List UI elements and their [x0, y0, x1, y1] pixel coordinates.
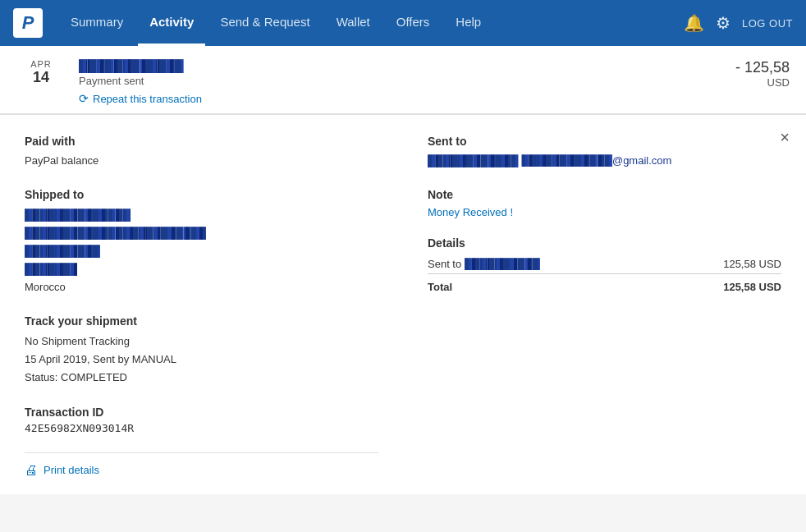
transaction-status: Payment sent: [79, 75, 691, 87]
date-month: APR: [16, 59, 66, 69]
detail-left: Paid with PayPal balance Shipped to ████…: [25, 135, 378, 478]
close-button[interactable]: ×: [780, 128, 790, 147]
total-amount: 125,58 USD: [661, 273, 781, 296]
transaction-title: ████████████: [79, 59, 210, 73]
details-table: Sent to ██████████ 125,58 USD Total 125,…: [428, 255, 781, 296]
print-details-link[interactable]: 🖨 Print details: [25, 452, 378, 478]
transaction-row: APR 14 ████████████ Payment sent ⟳ Repea…: [0, 46, 806, 114]
details-row-recipient: ██████████: [465, 258, 540, 270]
main-content: APR 14 ████████████ Payment sent ⟳ Repea…: [0, 46, 806, 494]
date-day: 14: [16, 69, 66, 86]
transaction-info: ████████████ Payment sent ⟳ Repeat this …: [79, 59, 691, 105]
shipped-to-section: Shipped to ██████████████ ██████████████…: [25, 188, 378, 296]
details-row: Sent to ██████████ 125,58 USD: [428, 255, 781, 274]
nav-send-request[interactable]: Send & Request: [208, 0, 321, 46]
total-row: Total 125,58 USD: [428, 273, 781, 296]
nav-summary[interactable]: Summary: [59, 0, 135, 46]
transaction-id-section: Transaction ID 42E56982XN093014R: [25, 406, 378, 434]
nav-wallet[interactable]: Wallet: [325, 0, 382, 46]
details-row-amount: 125,58 USD: [661, 255, 781, 274]
detail-columns: Paid with PayPal balance Shipped to ████…: [25, 135, 781, 478]
print-label: Print details: [44, 464, 99, 476]
detail-panel: × Paid with PayPal balance Shipped to ██…: [0, 114, 806, 494]
note-value: Money Received !: [428, 206, 781, 218]
sent-to-email: ████████████@gmail.com: [521, 154, 671, 167]
txn-id-label: Transaction ID: [25, 406, 378, 419]
details-row-label: Sent to ██████████: [428, 255, 661, 274]
note-label: Note: [428, 188, 781, 201]
track-shipment-section: Track your shipment No Shipment Tracking…: [25, 314, 378, 387]
address-line-5: Morocco: [25, 278, 378, 296]
repeat-label: Repeat this transaction: [93, 93, 202, 105]
nav-right: 🔔 ⚙ LOG OUT: [684, 13, 793, 33]
shipped-to-label: Shipped to: [25, 188, 378, 201]
txn-id-value: 42E56982XN093014R: [25, 422, 378, 434]
details-label: Details: [428, 236, 781, 250]
paid-with-label: Paid with: [25, 135, 378, 148]
track-line-3: Status: COMPLETED: [25, 369, 378, 387]
logout-button[interactable]: LOG OUT: [742, 17, 793, 30]
transaction-amount: - 125,58 USD: [691, 59, 790, 89]
repeat-transaction-link[interactable]: ⟳ Repeat this transaction: [79, 92, 691, 105]
gear-icon[interactable]: ⚙: [716, 13, 730, 33]
paid-with-value: PayPal balance: [25, 153, 378, 170]
nav-activity[interactable]: Activity: [138, 0, 205, 46]
date-block: APR 14: [16, 59, 66, 86]
track-line-2: 15 April 2019, Sent by MANUAL: [25, 351, 378, 369]
nav-offers[interactable]: Offers: [385, 0, 442, 46]
nav-help[interactable]: Help: [444, 0, 492, 46]
address-line-1: ██████████████: [25, 206, 131, 224]
amount-value: - 125,58: [691, 59, 790, 76]
address-line-4: ███████: [25, 260, 77, 278]
sent-to-name: ████████████: [428, 153, 519, 170]
track-label: Track your shipment: [25, 314, 378, 328]
address-line-3: ██████████: [25, 242, 100, 260]
bell-icon[interactable]: 🔔: [684, 13, 704, 33]
note-section: Note Money Received !: [428, 188, 781, 218]
sent-to-label: Sent to: [428, 135, 781, 148]
paid-with-section: Paid with PayPal balance: [25, 135, 378, 170]
repeat-icon: ⟳: [79, 92, 89, 105]
track-line-1: No Shipment Tracking: [25, 332, 378, 351]
sent-to-section: Sent to ████████████ ████████████@gmail.…: [428, 135, 781, 170]
address-line-2: ████████████████████████: [25, 224, 206, 242]
detail-right: Sent to ████████████ ████████████@gmail.…: [428, 135, 781, 478]
total-label: Total: [428, 273, 661, 296]
details-section: Details Sent to ██████████ 125,58 USD To…: [428, 236, 781, 296]
logo-text: P: [22, 12, 34, 34]
print-icon: 🖨: [25, 463, 38, 478]
paypal-logo[interactable]: P: [13, 8, 43, 38]
nav-links: Summary Activity Send & Request Wallet O…: [59, 0, 684, 46]
navbar: P Summary Activity Send & Request Wallet…: [0, 0, 806, 46]
amount-currency: USD: [691, 76, 790, 89]
